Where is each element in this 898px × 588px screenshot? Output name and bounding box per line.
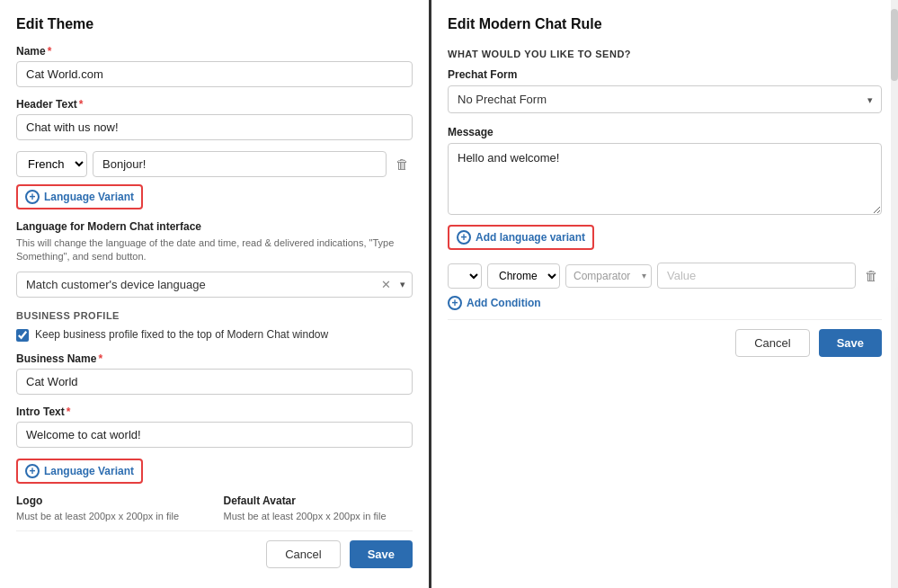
keep-fixed-checkbox[interactable] (16, 329, 29, 342)
comparator-wrap: Comparator ▾ (565, 264, 652, 288)
match-lang-select-wrap: Match customer's device language ✕ ▾ (16, 272, 413, 298)
default-avatar-col: Default Avatar Must be at least 200px x … (224, 494, 413, 521)
left-panel-title: Edit Theme (16, 16, 413, 32)
lang-variant-delete-icon[interactable]: 🗑 (392, 155, 413, 174)
right-bottom-actions: Cancel Save (448, 319, 882, 361)
header-required-star: * (79, 98, 84, 111)
lang-variant-input[interactable] (93, 151, 387, 177)
default-avatar-label: Default Avatar (224, 494, 413, 507)
business-name-group: Business Name * (16, 352, 413, 395)
right-panel: Edit Modern Chat Rule WHAT WOULD YOU LIK… (431, 0, 898, 588)
intro-text-input[interactable] (16, 422, 413, 448)
left-panel: Edit Theme Name * Header Text * French 🗑… (0, 0, 431, 588)
header-text-label: Header Text * (16, 98, 413, 111)
name-label: Name * (16, 45, 413, 58)
add-condition-label: Add Condition (467, 297, 541, 309)
right-scrollbar[interactable] (891, 0, 898, 588)
lang-variant-select[interactable]: French (16, 151, 87, 177)
left-cancel-button[interactable]: Cancel (266, 540, 340, 568)
logo-desc: Must be at least 200px x 200px in file (16, 511, 206, 521)
keep-fixed-row: Keep business profile fixed to the top o… (16, 328, 413, 342)
right-save-button[interactable]: Save (819, 329, 882, 357)
business-name-label: Business Name * (16, 352, 413, 365)
plus-circle-icon: + (25, 190, 40, 204)
right-scrollbar-thumb (891, 9, 898, 81)
plus-circle-icon-2: + (25, 464, 40, 478)
name-input[interactable] (16, 61, 413, 87)
what-to-send-heading: WHAT WOULD YOU LIKE TO SEND? (448, 49, 882, 59)
default-avatar-desc: Must be at least 200px x 200px in file (224, 511, 413, 521)
match-lang-select[interactable]: Match customer's device language (16, 272, 413, 298)
condition-browser-select[interactable]: Chrome (487, 263, 560, 289)
prechat-form-select-wrap: No Prechat Form ▾ (448, 85, 882, 113)
logo-label: Logo (16, 494, 206, 507)
right-cancel-button[interactable]: Cancel (735, 329, 809, 357)
intro-text-group: Intro Text * (16, 405, 413, 448)
comparator-select[interactable]: Comparator (565, 264, 652, 288)
plus-circle-condition-icon: + (448, 296, 462, 310)
header-text-input[interactable] (16, 114, 413, 140)
left-save-button[interactable]: Save (350, 540, 413, 568)
add-language-variant-right-button[interactable]: + Add language variant (448, 225, 594, 250)
add-intro-language-variant-button[interactable]: + Language Variant (16, 459, 143, 484)
select-clear-icon[interactable]: ✕ (381, 278, 391, 291)
keep-fixed-label: Keep business profile fixed to the top o… (35, 328, 328, 341)
value-input[interactable] (657, 263, 856, 289)
prechat-form-label: Prechat Form (448, 68, 882, 81)
header-text-field-group: Header Text * (16, 98, 413, 140)
message-textarea[interactable] (448, 143, 882, 215)
add-condition-button[interactable]: + Add Condition (448, 296, 882, 310)
right-panel-title: Edit Modern Chat Rule (448, 16, 882, 32)
left-bottom-actions: Cancel Save (16, 530, 413, 572)
lang-interface-heading: Language for Modern Chat interface (16, 220, 413, 233)
condition-row: Chrome Comparator ▾ 🗑 (448, 263, 882, 289)
condition-section: Chrome Comparator ▾ 🗑 + Add Condition (448, 263, 882, 310)
logo-col: Logo Must be at least 200px x 200px in f… (16, 494, 206, 521)
lang-interface-desc: This will change the language of the dat… (16, 236, 413, 264)
add-language-variant-button[interactable]: + Language Variant (16, 184, 143, 209)
lang-interface-group: Language for Modern Chat interface This … (16, 220, 413, 298)
condition-delete-icon[interactable]: 🗑 (861, 266, 882, 285)
name-required-star: * (48, 45, 52, 58)
intro-text-label: Intro Text * (16, 405, 413, 418)
intro-required-star: * (67, 405, 71, 418)
business-name-required-star: * (98, 352, 102, 365)
add-language-variant-label: Language Variant (44, 191, 134, 203)
name-field-group: Name * (16, 45, 413, 87)
business-name-input[interactable] (16, 369, 413, 395)
lang-variant-row: French 🗑 (16, 151, 413, 177)
add-intro-variant-label: Language Variant (44, 465, 134, 477)
business-profile-heading: BUSINESS PROFILE (16, 310, 413, 321)
message-label: Message (448, 126, 882, 138)
logo-avatar-row: Logo Must be at least 200px x 200px in f… (16, 494, 413, 521)
condition-type-select[interactable] (448, 263, 482, 289)
add-language-variant-right-label: Add language variant (476, 231, 585, 244)
prechat-form-select[interactable]: No Prechat Form (448, 85, 882, 113)
plus-circle-icon-right: + (457, 230, 471, 245)
